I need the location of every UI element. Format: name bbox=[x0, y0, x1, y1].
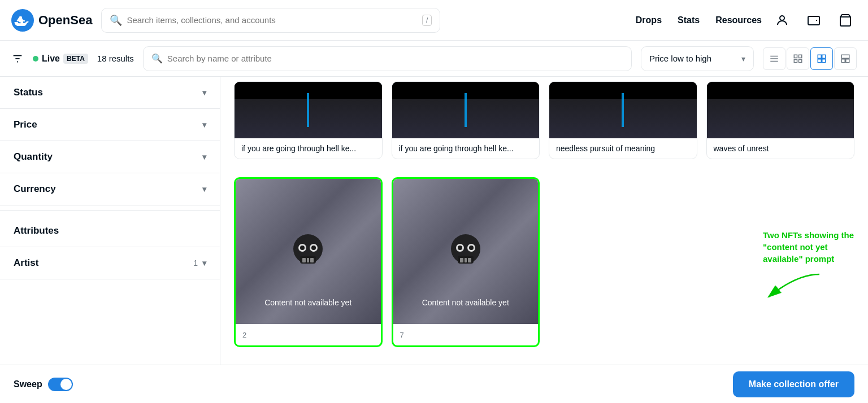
list-view-button[interactable] bbox=[763, 47, 785, 70]
chevron-icon: ▾ bbox=[202, 152, 206, 161]
svg-rect-38 bbox=[468, 258, 471, 262]
logo[interactable]: OpenSea bbox=[11, 9, 92, 32]
live-label: Live bbox=[42, 54, 60, 64]
sidebar-label-attributes: Attributes bbox=[14, 225, 59, 236]
skull-icon bbox=[443, 229, 488, 274]
results-count: 18 results bbox=[97, 54, 134, 63]
svg-rect-36 bbox=[460, 258, 463, 262]
svg-rect-16 bbox=[818, 59, 821, 62]
bottom-bar: Sweep Make collection offer bbox=[0, 365, 868, 403]
filter-search-icon: 🔍 bbox=[151, 53, 163, 64]
svg-rect-27 bbox=[302, 258, 306, 262]
svg-rect-14 bbox=[818, 55, 821, 58]
nft-image-7: Content not available yet bbox=[393, 179, 539, 324]
list-view-icon bbox=[769, 54, 779, 64]
sidebar-item-artist[interactable]: Artist 1 ▾ bbox=[0, 247, 220, 279]
nft-info-2: 2 bbox=[236, 324, 381, 345]
partial-card-title-4: waves of unrest bbox=[707, 138, 854, 159]
content-not-available-label-1: Content not available yet bbox=[236, 298, 381, 307]
svg-point-34 bbox=[458, 246, 462, 250]
svg-point-1 bbox=[780, 16, 784, 20]
svg-rect-11 bbox=[799, 55, 802, 58]
sidebar-label-quantity: Quantity bbox=[14, 151, 53, 163]
sidebar-item-quantity[interactable]: Quantity ▾ bbox=[0, 141, 220, 173]
content-area: if you are going through hell ke... if y… bbox=[220, 77, 868, 403]
sidebar-item-status[interactable]: Status ▾ bbox=[0, 77, 220, 109]
filter-search-bar[interactable]: 🔍 bbox=[143, 46, 632, 71]
svg-rect-13 bbox=[799, 59, 802, 62]
chevron-icon: ▾ bbox=[202, 88, 206, 97]
global-search-input[interactable] bbox=[127, 15, 418, 25]
sidebar-label-artist: Artist bbox=[14, 257, 38, 269]
global-search-bar[interactable]: 🔍 / bbox=[101, 8, 440, 33]
partial-card-image-3 bbox=[549, 82, 697, 138]
partial-card-image-4 bbox=[707, 82, 854, 138]
svg-rect-18 bbox=[841, 55, 849, 58]
empty-col-3 bbox=[544, 173, 702, 352]
sidebar-label-status: Status bbox=[14, 87, 43, 98]
filter-bar: Live BETA 18 results 🔍 Price low to high… bbox=[0, 41, 868, 77]
nav-stats[interactable]: Stats bbox=[678, 15, 700, 25]
logo-text: OpenSea bbox=[38, 13, 92, 28]
nft-grid-section: Content not available yet 2 bbox=[220, 164, 868, 361]
sidebar-item-currency[interactable]: Currency ▾ bbox=[0, 173, 220, 205]
nav-links: Drops Stats Resources bbox=[636, 15, 762, 25]
nft-number-7: 7 bbox=[400, 331, 404, 339]
nft-card-7[interactable]: Content not available yet 7 bbox=[392, 177, 540, 347]
nav-drops[interactable]: Drops bbox=[636, 15, 662, 25]
beta-tag: BETA bbox=[63, 54, 88, 64]
grid-large-view-button[interactable] bbox=[834, 47, 857, 70]
svg-rect-19 bbox=[841, 59, 845, 62]
cart-icon-button[interactable] bbox=[834, 9, 857, 32]
opensea-logo-icon bbox=[11, 9, 34, 32]
nft-card-2[interactable]: Content not available yet 2 bbox=[234, 177, 383, 347]
partial-card-3[interactable]: needless pursuit of meaning bbox=[549, 81, 697, 159]
sidebar-label-currency: Currency bbox=[14, 183, 56, 195]
svg-point-26 bbox=[311, 246, 316, 250]
nav-resources[interactable]: Resources bbox=[715, 15, 762, 25]
partial-card-image-2 bbox=[392, 82, 540, 138]
partial-card-image-1 bbox=[235, 82, 382, 138]
partial-card-title-2: if you are going through hell ke... bbox=[392, 138, 540, 159]
make-collection-offer-button[interactable]: Make collection offer bbox=[733, 371, 854, 397]
live-badge: Live BETA bbox=[33, 54, 88, 64]
partial-card-1[interactable]: if you are going through hell ke... bbox=[234, 81, 383, 159]
svg-point-25 bbox=[300, 246, 305, 250]
svg-rect-2 bbox=[808, 16, 819, 25]
partial-card-title-3: needless pursuit of meaning bbox=[549, 138, 697, 159]
svg-point-35 bbox=[469, 246, 474, 250]
sidebar: Status ▾ Price ▾ Quantity ▾ Currency ▾ A… bbox=[0, 77, 220, 403]
svg-rect-15 bbox=[822, 55, 826, 58]
sidebar-item-price[interactable]: Price ▾ bbox=[0, 109, 220, 141]
sweep-label: Sweep bbox=[14, 379, 42, 389]
grid-small-view-button[interactable] bbox=[787, 47, 809, 70]
sidebar-label-price: Price bbox=[14, 119, 37, 130]
wallet-icon-button[interactable] bbox=[802, 9, 825, 32]
sort-dropdown[interactable]: Price low to high ▾ bbox=[641, 46, 754, 71]
partial-cards-row: if you are going through hell ke... if y… bbox=[220, 77, 868, 164]
grid-medium-view-button[interactable] bbox=[810, 47, 833, 70]
artist-count: 1 bbox=[193, 259, 198, 268]
profile-icon-button[interactable] bbox=[771, 9, 793, 32]
chevron-icon: ▾ bbox=[202, 120, 206, 129]
svg-rect-17 bbox=[822, 59, 826, 62]
top-navigation: OpenSea 🔍 / Drops Stats Resources bbox=[0, 0, 868, 41]
live-dot bbox=[33, 56, 38, 62]
chevron-icon: ▾ bbox=[202, 185, 206, 194]
svg-rect-37 bbox=[465, 258, 467, 262]
nft-image-2: Content not available yet bbox=[236, 179, 381, 324]
svg-rect-10 bbox=[794, 55, 797, 58]
chevron-down-icon: ▾ bbox=[741, 54, 745, 63]
grid-large-icon bbox=[840, 54, 850, 64]
content-scroll: if you are going through hell ke... if y… bbox=[220, 77, 868, 403]
main-layout: Status ▾ Price ▾ Quantity ▾ Currency ▾ A… bbox=[0, 77, 868, 403]
filter-search-input[interactable] bbox=[167, 54, 623, 63]
svg-rect-29 bbox=[310, 258, 314, 262]
view-toggles bbox=[763, 47, 857, 70]
sweep-toggle-switch[interactable] bbox=[48, 378, 73, 391]
filter-toggle-button[interactable] bbox=[11, 52, 24, 65]
partial-card-2[interactable]: if you are going through hell ke... bbox=[392, 81, 540, 159]
sort-label: Price low to high bbox=[649, 54, 711, 63]
sidebar-item-attributes[interactable]: Attributes bbox=[0, 215, 220, 247]
partial-card-4[interactable]: waves of unrest bbox=[706, 81, 855, 159]
